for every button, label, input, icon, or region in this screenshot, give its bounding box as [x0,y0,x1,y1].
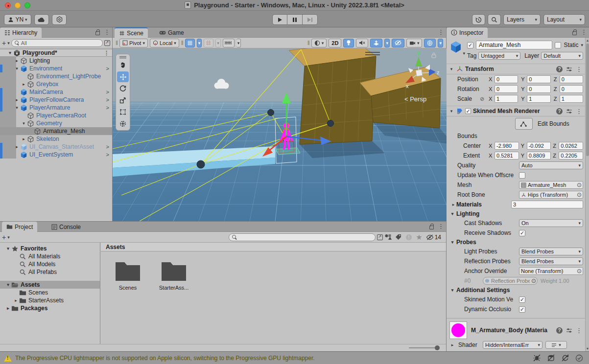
toolbar-grip[interactable]: ‖ [307,40,309,46]
debugger-disabled-icon[interactable] [533,354,541,362]
hierarchy-search-input[interactable]: All [11,39,103,47]
foldout-icon[interactable]: ▾ [448,67,454,71]
lock-icon[interactable] [95,31,100,35]
center-z-field[interactable]: 0.0262 [559,142,583,150]
preset-disabled-icon[interactable] [405,234,412,241]
prefab-open-chevron[interactable]: > [106,152,112,158]
tab-hierarchy[interactable]: Hierarchy [0,27,42,38]
pause-button[interactable] [287,14,303,25]
increment-snap-dropdown[interactable]: ▾ [236,39,241,47]
active-checkbox[interactable]: ✓ [467,42,473,48]
move-tool-button[interactable] [117,71,129,82]
tab-project[interactable]: Project [2,222,37,232]
undo-history-button[interactable] [472,14,485,25]
center-x-field[interactable]: -2.980 [495,142,519,150]
tab-console[interactable]: Console [47,222,85,232]
prefab-open-chevron[interactable]: > [106,105,112,111]
hierarchy-item-playercameraroot[interactable]: PlayerCameraRoot [0,112,112,119]
prefab-open-chevron[interactable]: > [106,89,112,95]
help-icon[interactable]: ? [556,108,563,114]
effects-button[interactable] [370,39,382,47]
additional-settings-header[interactable]: ▾Additional Settings [447,286,585,295]
foldout-icon[interactable]: ▾ [21,121,27,126]
root-bone-object-field[interactable]: Hips (Transform)⊙ [519,191,583,199]
tag-dropdown[interactable]: Untagged▾ [478,52,520,60]
light-probe-handle[interactable] [197,160,205,168]
project-tree-item-all-materials[interactable]: All Materials [0,252,100,260]
effects-dropdown[interactable]: ▾ [384,39,390,47]
foldout-icon[interactable]: ▾ [7,50,13,55]
position-y-field[interactable]: 0 [527,75,550,83]
inspector-scrollbar[interactable]: ▲ ▼ [585,38,589,351]
quality-dropdown[interactable]: Auto▾ [519,161,583,169]
lighting-toggle-button[interactable] [343,39,354,47]
create-button[interactable]: + [2,233,6,241]
receive-shadows-checkbox[interactable]: ✓ [519,230,525,236]
persp-label[interactable]: < Persp [404,95,426,103]
rotation-z-field[interactable]: 0 [560,85,583,93]
toolbar-grip[interactable]: ‖ [181,40,183,46]
scroll-down-arrow[interactable]: ▼ [586,347,589,350]
layout-dropdown[interactable]: Layout▾ [543,14,585,25]
background-tasks-icon[interactable] [575,354,583,362]
asset-folder-scenes[interactable]: Scenes [111,260,145,291]
center-y-field[interactable]: -0.092 [527,142,551,150]
asset-folder-starterass[interactable]: StarterAss... [157,260,191,291]
rect-tool-button[interactable] [117,107,129,117]
kebab-menu-icon[interactable]: ⋮ [576,108,582,114]
static-dropdown-icon[interactable]: ▾ [581,43,583,47]
foldout-icon[interactable]: ▾ [449,211,455,216]
kebab-menu-icon[interactable]: ⋮ [104,50,112,56]
kebab-menu-icon[interactable]: ⋮ [576,66,582,72]
materials-count-field[interactable]: 3 [511,201,583,208]
hierarchy-item-environment[interactable]: ▾Environment> [0,65,112,72]
project-tree-item-scenes[interactable]: Scenes [0,289,100,296]
transform-tool-button[interactable] [117,118,129,129]
create-dropdown-icon[interactable]: ▾ [7,235,10,240]
assets-breadcrumb[interactable]: Assets [101,243,446,251]
hierarchy-item-ui_canvas_starterasset[interactable]: ▸UI_Canvas_StarterAsset> [0,143,112,151]
presets-icon[interactable] [566,67,572,72]
constrain-proportions-icon[interactable]: ⊘ [480,96,489,102]
foldout-icon[interactable]: ▸ [21,82,27,87]
reflection-probe-field[interactable]: Reflection Probe (⊙ [483,277,538,285]
project-tree-item-all-models[interactable]: All Models [0,260,100,268]
search-button[interactable] [488,14,501,25]
hierarchy-item-playerarmature[interactable]: ▾PlayerArmature> [0,104,112,112]
scrollbar-thumb[interactable] [586,44,589,156]
account-button[interactable]: YN▾ [4,14,31,25]
snap-button[interactable] [204,39,213,47]
scene-viewport[interactable]: y x z < Persp [113,48,447,221]
extent-y-field[interactable]: 0.8809 [527,152,551,159]
dynamic-occlusion-checkbox[interactable]: ✓ [519,306,525,313]
cloud-button[interactable] [34,14,49,25]
extent-x-field[interactable]: 0.5281 [495,152,519,159]
hierarchy-item-skeleton[interactable]: ▸Skeleton [0,135,112,143]
light-probe-handle[interactable] [328,120,334,127]
rotation-x-field[interactable]: 0 [495,85,518,93]
probes-section-header[interactable]: ▾Probes [447,238,585,247]
foldout-icon[interactable]: ▸ [13,298,19,303]
scene-visibility-button[interactable] [392,39,404,47]
reflection-probes-dropdown[interactable]: Blend Probes▾ [519,257,583,265]
object-picker-icon[interactable]: ⊙ [577,192,582,198]
foldout-icon[interactable]: ▾ [14,66,20,71]
increment-snap-button[interactable] [223,39,235,47]
draw-mode-dropdown[interactable]: ▾ [311,39,327,47]
play-button[interactable] [272,14,287,25]
prefab-open-chevron[interactable]: > [106,66,112,71]
hierarchy-item-armature_mesh[interactable]: Armature_Mesh [0,127,112,135]
shader-edit-button[interactable]: ▾ [545,341,567,349]
cache-server-disabled-icon[interactable] [547,354,555,362]
tab-inspector[interactable]: Inspector [447,27,488,38]
orientation-dropdown[interactable]: Local▾ [150,39,179,47]
hierarchy-item-playerfollowcamera[interactable]: ▸PlayerFollowCamera> [0,96,112,104]
audio-toggle-button[interactable] [356,39,368,47]
scale-tool-button[interactable] [117,95,129,106]
snap-dropdown[interactable]: ▾ [215,39,221,47]
foldout-icon[interactable]: ▸ [21,136,27,141]
grid-dropdown[interactable]: ▾ [197,39,202,47]
foldout-icon[interactable]: ▾ [14,105,20,110]
search-by-label-icon[interactable] [395,234,402,240]
foldout-icon[interactable]: ▸ [14,144,20,149]
